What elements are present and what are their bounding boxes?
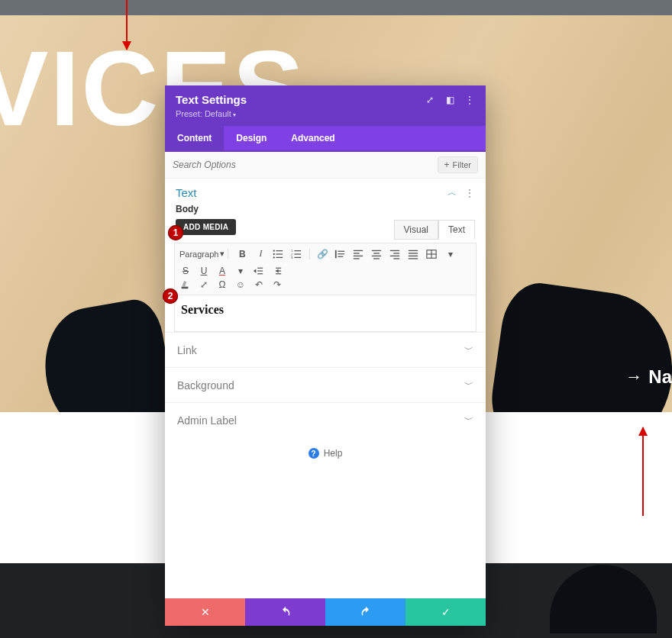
expand-icon[interactable]: ⤢ (425, 95, 435, 105)
emoji-icon[interactable]: ☺ (234, 279, 247, 290)
align-right-icon[interactable] (389, 249, 402, 259)
svg-rect-7 (295, 250, 302, 251)
undo-icon[interactable]: ↶ (253, 279, 265, 290)
chevron-up-icon[interactable]: ︿ (447, 186, 457, 199)
editor-textarea[interactable]: Services (174, 295, 477, 332)
help-label: Help (324, 448, 343, 459)
arrow-right-icon: → (625, 367, 642, 387)
table-icon[interactable] (426, 249, 438, 259)
italic-icon[interactable]: I (254, 248, 267, 259)
tab-advanced[interactable]: Advanced (279, 126, 347, 150)
svg-rect-37 (257, 270, 263, 271)
svg-rect-11 (295, 256, 302, 257)
svg-rect-28 (409, 250, 418, 250)
svg-rect-23 (373, 258, 380, 259)
snap-icon[interactable]: ◧ (444, 95, 455, 105)
svg-rect-44 (183, 281, 187, 287)
accordion-link-label: Link (177, 344, 464, 356)
svg-rect-26 (390, 255, 399, 256)
annotation-callout-2: 2 (163, 288, 178, 304)
check-icon: ✓ (441, 606, 451, 618)
chevron-down-icon: ﹀ (464, 343, 473, 356)
clear-format-icon[interactable] (179, 279, 192, 290)
align-center-icon[interactable] (371, 249, 383, 259)
close-icon: ✕ (201, 606, 210, 618)
search-bar: + Filter (165, 152, 486, 179)
svg-rect-3 (276, 253, 283, 254)
text-settings-modal: Text Settings ⤢ ◧ ⋮ Preset: Default Cont… (165, 85, 486, 626)
annotation-arrow-down (126, 0, 128, 50)
svg-rect-20 (372, 250, 381, 250)
blockquote-icon[interactable] (334, 249, 347, 259)
svg-point-2 (273, 253, 275, 254)
align-justify-icon[interactable] (408, 249, 420, 259)
svg-rect-43 (182, 287, 189, 289)
svg-rect-16 (354, 250, 363, 250)
strikethrough-icon[interactable]: S (179, 266, 192, 276)
editor-tab-text[interactable]: Text (438, 220, 475, 240)
underline-icon[interactable]: U (198, 266, 210, 276)
next-nav-hint[interactable]: → Na (625, 366, 672, 388)
help-icon: ? (309, 448, 319, 459)
fullscreen-icon[interactable]: ⤢ (198, 279, 210, 290)
modal-footer: ✕ ✓ (165, 598, 486, 626)
preset-dropdown[interactable]: Preset: Default (176, 109, 475, 118)
bullet-list-icon[interactable] (273, 249, 285, 259)
link-icon[interactable]: 🔗 (316, 249, 328, 259)
section-text-header[interactable]: Text ︿ ⋮ (165, 179, 486, 204)
bold-icon[interactable]: B (236, 249, 248, 259)
annotation-arrow-up (642, 427, 644, 516)
save-button[interactable]: ✓ (405, 598, 486, 626)
caret-down-icon[interactable]: ▾ (234, 266, 247, 276)
svg-rect-27 (394, 258, 400, 259)
accordion-background-label: Background (177, 379, 464, 392)
redo-icon (360, 606, 372, 618)
numbered-list-icon[interactable]: 123 (291, 249, 303, 259)
svg-rect-42 (276, 273, 281, 274)
caret-down-icon[interactable]: ▾ (444, 249, 457, 259)
svg-marker-35 (254, 269, 257, 272)
annotation-callout-1: 1 (168, 225, 183, 240)
svg-rect-21 (373, 253, 380, 253)
svg-rect-1 (276, 250, 283, 251)
tab-design[interactable]: Design (224, 126, 279, 150)
filter-button[interactable]: + Filter (438, 156, 478, 173)
tab-content[interactable]: Content (165, 126, 224, 150)
help-link[interactable]: ? Help (165, 437, 486, 466)
format-select[interactable]: Paragraph▾ (179, 249, 228, 259)
svg-text:3: 3 (291, 256, 293, 259)
svg-rect-30 (409, 255, 418, 256)
text-color-icon[interactable]: A (216, 266, 228, 276)
editor-tab-visual[interactable]: Visual (394, 220, 438, 240)
editor-toolbar: Paragraph▾ B I 123 🔗 ▾ S U A ▾ (174, 243, 477, 295)
align-left-icon[interactable] (353, 249, 365, 259)
modal-title: Text Settings (176, 93, 425, 106)
svg-rect-41 (276, 270, 281, 271)
accordion-link[interactable]: Link ﹀ (165, 332, 486, 367)
indent-icon[interactable] (271, 266, 283, 276)
svg-rect-14 (338, 253, 345, 254)
svg-point-4 (273, 256, 275, 258)
redo-icon[interactable]: ↷ (271, 279, 283, 290)
special-char-icon[interactable]: Ω (216, 279, 228, 290)
svg-rect-19 (354, 258, 360, 259)
svg-point-0 (273, 250, 275, 251)
accordion-background[interactable]: Background ﹀ (165, 367, 486, 402)
outdent-icon[interactable] (253, 266, 265, 276)
add-media-button[interactable]: ADD MEDIA (176, 219, 236, 235)
kebab-menu-icon[interactable]: ⋮ (464, 187, 475, 199)
svg-rect-9 (295, 253, 302, 254)
svg-rect-13 (338, 250, 345, 251)
editor-content: Services (181, 303, 224, 316)
svg-rect-40 (276, 268, 281, 269)
svg-rect-24 (390, 250, 399, 250)
caret-down-icon: ▾ (220, 249, 225, 259)
svg-rect-15 (338, 256, 344, 256)
redo-button[interactable] (325, 598, 405, 626)
cancel-button[interactable]: ✕ (165, 598, 245, 626)
accordion-admin-label-label: Admin Label (177, 414, 464, 427)
accordion-admin-label[interactable]: Admin Label ﹀ (165, 402, 486, 437)
search-input[interactable] (173, 160, 438, 170)
undo-button[interactable] (245, 598, 325, 626)
kebab-menu-icon[interactable]: ⋮ (464, 95, 475, 105)
